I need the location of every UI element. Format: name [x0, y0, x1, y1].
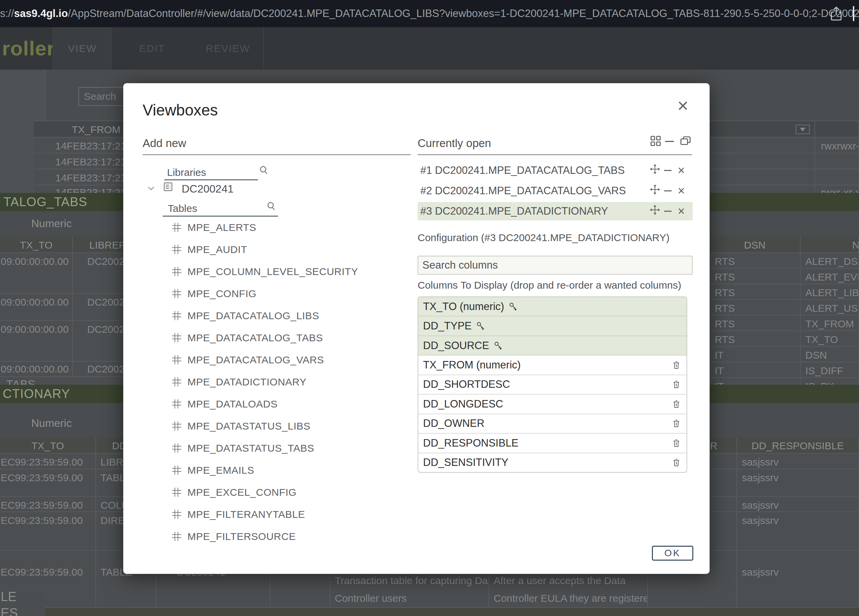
table-cell: 09:00:00:00.00 — [0, 321, 73, 362]
table-cell: TX_FROM — [801, 316, 859, 331]
table-item[interactable]: MPE_DATACATALOG_VARS — [172, 349, 324, 371]
table-cell: TX_TO — [801, 331, 859, 347]
table-item[interactable]: MPE_FILTERSOURCE — [172, 525, 296, 547]
table-item[interactable]: MPE_EMAILS — [172, 459, 254, 481]
table-cell: 09:00:00:00.00 — [0, 362, 73, 377]
close-icon[interactable]: × — [677, 96, 689, 115]
table-cell: ALERT_USER — [801, 300, 859, 316]
table-icon — [172, 421, 181, 431]
move-icon[interactable] — [649, 184, 661, 198]
table-cell: EC99:23:59:59.00 — [0, 512, 96, 551]
table-item-label: MPE_DATACATALOG_VARS — [187, 354, 324, 366]
table-cell: sasjssrv — [737, 512, 859, 551]
table-icon — [172, 245, 181, 254]
cascade-icon[interactable] — [679, 135, 692, 147]
column-row[interactable]: DD_LONGDESC — [418, 395, 687, 414]
longdesc-line: Controller EULA they are registered — [494, 589, 647, 607]
table-item-label: MPE_AUDIT — [187, 244, 247, 255]
browser-address-bar[interactable]: s://sas9.4gl.io/AppStream/DataController… — [0, 0, 859, 27]
move-icon[interactable] — [649, 163, 661, 178]
column-row[interactable]: DD_OWNER — [418, 414, 687, 434]
close-viewbox-icon[interactable]: × — [678, 164, 685, 177]
minimize-icon[interactable] — [664, 191, 672, 192]
share-icon[interactable] — [828, 5, 844, 22]
column-row-key[interactable]: DD_SOURCE — [418, 336, 687, 355]
table-cell: RTS — [710, 284, 801, 300]
table-icon — [172, 532, 181, 541]
table-item[interactable]: MPE_FILTERANYTABLE — [172, 503, 305, 525]
column-row[interactable]: DD_SHORTDESC — [418, 375, 687, 395]
section-divider — [143, 154, 411, 155]
table-cell: 09:00:00:00.00 — [0, 253, 73, 294]
trash-icon[interactable] — [672, 438, 681, 448]
chevron-down-icon[interactable] — [146, 183, 156, 193]
search-icon[interactable] — [258, 165, 269, 175]
table-item[interactable]: MPE_COLUMN_LEVEL_SECURITY — [172, 261, 358, 283]
column-label: DD_OWNER — [423, 417, 484, 430]
key-icon — [476, 321, 485, 331]
table-icon — [172, 311, 181, 320]
tables-input[interactable]: Tables — [168, 203, 197, 214]
open-viewbox-row[interactable]: #1 DC200241.MPE_DATACATALOG_TABS × — [418, 162, 693, 179]
library-node[interactable]: DC200241 — [182, 183, 234, 195]
column-row[interactable]: TX_FROM (numeric) — [418, 355, 687, 375]
edge-fragment: ES — [1, 606, 18, 616]
table-item[interactable]: MPE_DATASTATUS_TABS — [172, 437, 314, 459]
columns-to-display-label: Columns To Display (drop and re-order a … — [418, 280, 681, 291]
table-item-label: MPE_DATASTATUS_LIBS — [187, 421, 310, 432]
text-cursor — [853, 6, 854, 21]
grid-layout-icon[interactable] — [650, 135, 662, 147]
minimize-icon[interactable] — [664, 170, 672, 171]
column-row[interactable]: DD_SENSITIVITY — [418, 453, 687, 472]
edge-fragment: LE — [1, 591, 16, 604]
move-icon[interactable] — [649, 204, 661, 218]
tab-view[interactable]: VIEW — [53, 27, 111, 70]
open-viewbox-row-selected[interactable]: #3 DC200241.MPE_DATADICTIONARY × — [418, 202, 693, 220]
table-cell: RTS — [710, 316, 801, 331]
open-viewbox-row[interactable]: #2 DC200241.MPE_DATACATALOG_VARS × — [418, 182, 693, 199]
table-icon — [172, 267, 181, 276]
trash-icon[interactable] — [672, 399, 681, 409]
minimize-icon[interactable] — [664, 211, 672, 212]
minimize-all-icon[interactable] — [665, 141, 674, 142]
open-viewbox-label: #1 DC200241.MPE_DATACATALOG_TABS — [418, 164, 625, 177]
url-host: sas9.4gl.io — [14, 8, 68, 20]
table-item[interactable]: MPE_AUDIT — [172, 238, 247, 261]
column-label: DD_SOURCE — [423, 339, 489, 352]
table-item[interactable]: MPE_DATALOADS — [172, 393, 277, 415]
search-icon[interactable] — [266, 201, 277, 211]
table-item[interactable]: MPE_DATASTATUS_LIBS — [172, 415, 310, 437]
ok-button[interactable]: OK — [652, 546, 693, 561]
currently-open-label: Currently open — [418, 137, 491, 150]
trash-icon[interactable] — [672, 458, 681, 467]
table-cell: sasjssrv — [737, 497, 859, 512]
table-item[interactable]: MPE_CONFIG — [172, 283, 256, 305]
trash-icon[interactable] — [672, 419, 681, 428]
table-item[interactable]: MPE_DATACATALOG_LIBS — [172, 305, 319, 327]
trash-icon[interactable] — [672, 360, 681, 370]
close-viewbox-icon[interactable]: × — [678, 205, 685, 217]
column-label: TX_FROM (numeric) — [423, 359, 521, 371]
tab-review[interactable]: REVIEW — [193, 27, 263, 70]
table-cell: RTS — [710, 300, 801, 316]
table-cell: IT — [710, 362, 801, 378]
trash-icon[interactable] — [672, 380, 681, 389]
table-item[interactable]: MPE_ALERTS — [172, 216, 256, 238]
table-item-label: MPE_EMAILS — [187, 464, 254, 476]
tab-edit[interactable]: EDIT — [111, 27, 193, 70]
table-cell: IS_DIFF — [801, 362, 859, 378]
table-item[interactable]: MPE_DATADICTIONARY — [172, 371, 306, 393]
column-header: DD_RESPONSIBLE — [737, 438, 859, 454]
column-row[interactable]: DD_RESPONSIBLE — [418, 434, 687, 453]
table-item-label: MPE_COLUMN_LEVEL_SECURITY — [187, 266, 358, 277]
app-logo: roller — [2, 37, 55, 60]
table-cell: sasjssrv — [737, 469, 859, 497]
shortdesc-line: Transaction table for capturing Data — [335, 572, 489, 589]
table-item[interactable]: MPE_EXCEL_CONFIG — [172, 481, 297, 503]
close-viewbox-icon[interactable]: × — [678, 185, 685, 197]
column-row-key[interactable]: TX_TO (numeric) — [418, 297, 687, 316]
table-item[interactable]: MPE_DATACATALOG_TABS — [172, 327, 323, 349]
search-columns-input[interactable] — [418, 256, 693, 275]
libraries-input[interactable]: Libraries — [167, 167, 206, 178]
column-row-key[interactable]: DD_TYPE — [418, 316, 687, 336]
